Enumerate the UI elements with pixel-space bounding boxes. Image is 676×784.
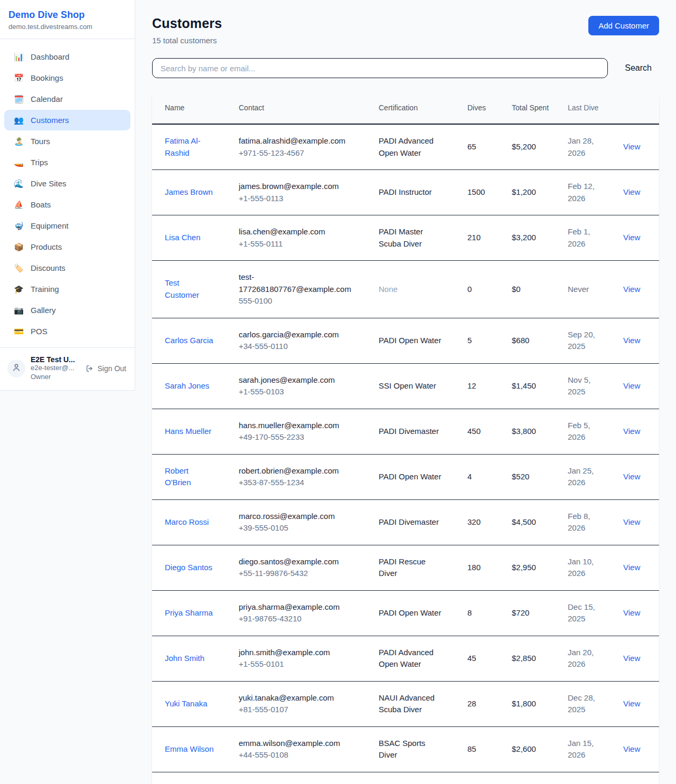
search-input[interactable]: [152, 58, 608, 78]
view-customer-link[interactable]: View: [623, 336, 640, 345]
customer-email: john.smith@example.com: [239, 647, 358, 659]
customer-certification: PADI Divemaster: [379, 415, 467, 448]
add-customer-button[interactable]: Add Customer: [588, 16, 659, 35]
customer-name-link[interactable]: Yuki Tanaka: [165, 699, 208, 708]
column-header-certification: Certification: [379, 97, 467, 118]
page-title: Customers: [152, 16, 222, 31]
view-customer-link[interactable]: View: [623, 187, 640, 196]
customer-name-link[interactable]: Marco Rossi: [165, 517, 209, 526]
view-customer-link[interactable]: View: [623, 233, 640, 242]
customer-dives: 65: [467, 130, 512, 164]
user-role: Owner: [31, 373, 80, 382]
customer-total-spent: $680: [512, 324, 568, 357]
customer-dives: 45: [467, 642, 512, 675]
customer-phone: +81-555-0107: [239, 704, 358, 716]
customer-email: robert.obrien@example.com: [239, 465, 358, 477]
dashboard-icon: 📊: [14, 53, 24, 61]
customer-name-link[interactable]: Lisa Chen: [165, 233, 201, 242]
sidebar-item-boats[interactable]: ⛵ Boats: [4, 194, 130, 215]
sidebar-item-discounts[interactable]: 🏷️ Discounts: [4, 258, 130, 278]
customer-phone: +49-170-555-2233: [239, 431, 358, 443]
customer-last-dive: Jan 15, 2026: [568, 727, 623, 772]
customer-certification: SSI Open Water: [379, 370, 467, 403]
sidebar-item-label: Calendar: [31, 95, 63, 103]
table-row: Carlos Garcia carlos.garcia@example.com …: [152, 318, 659, 364]
customer-last-dive: Feb 12, 2026: [568, 170, 623, 215]
view-customer-link[interactable]: View: [623, 142, 640, 151]
sidebar-item-trips[interactable]: 🚤 Trips: [4, 152, 130, 173]
customer-name-link[interactable]: Priya Sharma: [165, 608, 213, 617]
view-customer-link[interactable]: View: [623, 427, 640, 436]
trips-icon: 🚤: [14, 158, 24, 166]
customer-last-dive: Jan 10, 2026: [568, 545, 623, 590]
page-header: Customers 15 total customers Add Custome…: [152, 16, 659, 45]
table-row: James Brown james.brown@example.com +1-5…: [152, 170, 659, 215]
view-customer-link[interactable]: View: [623, 654, 640, 663]
sidebar-item-label: Tours: [31, 137, 50, 146]
customer-certification: PADI Advanced Open Water: [379, 636, 467, 681]
sidebar-item-customers[interactable]: 👥 Customers: [4, 110, 130, 130]
sign-out-button[interactable]: Sign Out: [86, 364, 127, 373]
customer-name-link[interactable]: Hans Mueller: [165, 427, 211, 436]
products-icon: 📦: [14, 243, 24, 251]
sidebar-item-equipment[interactable]: 🤿 Equipment: [4, 215, 130, 236]
customer-last-dive: Feb 1, 2026: [568, 215, 623, 260]
view-customer-link[interactable]: View: [623, 472, 640, 481]
table-row: Sarah Jones sarah.jones@example.com +1-5…: [152, 364, 659, 409]
sidebar-item-gallery[interactable]: 📷 Gallery: [4, 300, 130, 320]
customer-name-link[interactable]: Fatima Al-Rashid: [165, 136, 201, 157]
sidebar-item-label: Equipment: [31, 221, 69, 230]
sidebar-item-products[interactable]: 📦 Products: [4, 237, 130, 257]
customer-total-spent: $520: [512, 460, 568, 494]
customer-certification: PADI Instructor: [379, 176, 467, 209]
customer-dives: 4: [467, 460, 512, 494]
bookings-icon: 📅: [14, 74, 24, 82]
customer-total-spent: $4,500: [512, 506, 568, 539]
sidebar-item-tours[interactable]: 🏝️ Tours: [4, 131, 130, 152]
customer-name-link[interactable]: Sarah Jones: [165, 381, 209, 390]
view-customer-link[interactable]: View: [623, 381, 640, 390]
dive-sites-icon: 🌊: [14, 180, 24, 187]
customer-total-spent: $1,450: [512, 370, 568, 403]
customer-dives: 210: [467, 221, 512, 254]
view-customer-link[interactable]: View: [623, 517, 640, 526]
search-button[interactable]: Search: [617, 59, 659, 77]
customer-phone: +353-87-555-1234: [239, 477, 358, 489]
customer-name-link[interactable]: John Smith: [165, 654, 204, 663]
calendar-icon: 🗓️: [14, 95, 24, 103]
sidebar-item-label: Gallery: [31, 306, 56, 315]
customer-name-link[interactable]: James Brown: [165, 187, 213, 196]
customer-dives: 85: [467, 733, 512, 766]
sidebar-item-bookings[interactable]: 📅 Bookings: [4, 68, 130, 88]
customer-name-link[interactable]: Carlos Garcia: [165, 336, 213, 345]
view-customer-link[interactable]: View: [623, 699, 640, 708]
sidebar-item-calendar[interactable]: 🗓️ Calendar: [4, 89, 130, 109]
customer-last-dive: Dec 28, 2025: [568, 682, 623, 726]
sidebar-item-pos[interactable]: 💳 POS: [4, 321, 130, 342]
column-header-contact: Contact: [239, 97, 379, 118]
customer-total-spent: $3,200: [512, 221, 568, 254]
view-customer-link[interactable]: View: [623, 285, 640, 294]
view-customer-link[interactable]: View: [623, 744, 640, 753]
sidebar-item-dashboard[interactable]: 📊 Dashboard: [4, 46, 130, 67]
customer-name-link[interactable]: Test Customer: [165, 278, 199, 299]
customer-dives: 28: [467, 687, 512, 721]
customer-phone: +34-555-0110: [239, 341, 358, 353]
sidebar-item-training[interactable]: 🎓 Training: [4, 279, 130, 299]
view-customer-link[interactable]: View: [623, 563, 640, 572]
table-row: Lisa Chen lisa.chen@example.com +1-555-0…: [152, 215, 659, 261]
customer-total-spent: $2,850: [512, 642, 568, 675]
sidebar-item-dive-sites[interactable]: 🌊 Dive Sites: [4, 173, 130, 194]
customer-name-link[interactable]: Robert O'Brien: [165, 466, 191, 487]
sidebar-item-label: Customers: [31, 116, 69, 125]
customer-email: priya.sharma@example.com: [239, 601, 358, 613]
customer-dives: 180: [467, 551, 512, 584]
customer-name-link[interactable]: Emma Wilson: [165, 744, 214, 753]
view-customer-link[interactable]: View: [623, 608, 640, 617]
customer-last-dive: Feb 10, 2026: [568, 772, 623, 784]
table-row: Marco Rossi marco.rossi@example.com +39-…: [152, 500, 659, 545]
customer-phone: +1-555-0101: [239, 658, 358, 670]
customer-dives: 320: [467, 506, 512, 539]
customer-name-link[interactable]: Diego Santos: [165, 563, 212, 572]
sidebar-user-panel: E2E Test U... e2e-tester@... Owner Sign …: [0, 347, 135, 390]
